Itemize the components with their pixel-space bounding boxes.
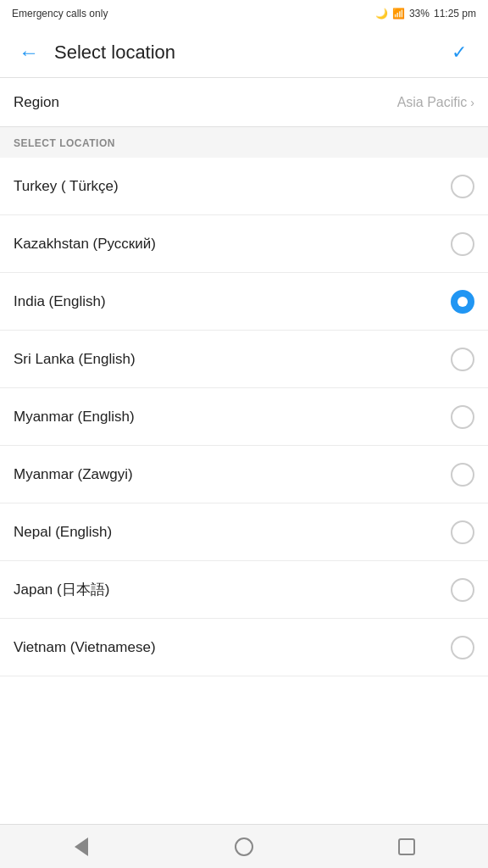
status-right-icons: 🌙 📶 33% 11:25 pm: [375, 8, 476, 19]
status-left-text: Emergency calls only: [12, 8, 108, 19]
location-name: India (English): [14, 293, 106, 310]
nav-home-button[interactable]: [229, 832, 259, 862]
location-name: Kazakhstan (Русский): [14, 236, 156, 253]
wifi-icon: 📶: [392, 8, 405, 19]
bottom-nav-bar: [0, 824, 488, 868]
list-item[interactable]: Myanmar (Zawgyi): [0, 446, 488, 504]
scroll-area: Region Asia Pacific › SELECT LOCATION Tu…: [0, 78, 488, 721]
list-item[interactable]: Vietnam (Vietnamese): [0, 619, 488, 676]
region-label: Region: [14, 94, 59, 111]
back-nav-icon: [75, 837, 88, 856]
location-name: Vietnam (Vietnamese): [14, 639, 156, 656]
radio-button[interactable]: [451, 636, 474, 659]
region-value: Asia Pacific ›: [397, 95, 474, 110]
section-header: SELECT LOCATION: [0, 127, 488, 158]
list-item[interactable]: Sri Lanka (English): [0, 331, 488, 388]
list-item[interactable]: Myanmar (English): [0, 388, 488, 446]
radio-button[interactable]: [451, 578, 474, 602]
time-display: 11:25 pm: [434, 8, 476, 19]
location-name: Turkey ( Türkçe): [14, 178, 119, 195]
location-name: Myanmar (Zawgyi): [14, 466, 133, 483]
recent-nav-icon: [398, 838, 415, 855]
region-value-text: Asia Pacific: [397, 95, 468, 110]
chevron-right-icon: ›: [470, 96, 474, 109]
radio-button[interactable]: [451, 290, 474, 314]
nav-recent-button[interactable]: [391, 832, 422, 862]
region-row[interactable]: Region Asia Pacific ›: [0, 78, 488, 127]
location-name: Nepal (English): [14, 524, 112, 541]
list-item[interactable]: India (English): [0, 273, 488, 331]
radio-button[interactable]: [451, 405, 474, 429]
back-button[interactable]: ←: [14, 37, 44, 68]
moon-icon: 🌙: [375, 8, 388, 19]
list-item[interactable]: Japan (日本語): [0, 561, 488, 619]
radio-button[interactable]: [451, 175, 474, 198]
location-name: Myanmar (English): [14, 409, 135, 426]
location-list: Turkey ( Türkçe)Kazakhstan (Русский)Indi…: [0, 158, 488, 676]
radio-button[interactable]: [451, 348, 474, 371]
list-item[interactable]: Kazakhstan (Русский): [0, 215, 488, 273]
nav-back-button[interactable]: [66, 832, 97, 862]
location-name: Japan (日本語): [14, 580, 109, 599]
status-bar: Emergency calls only 🌙 📶 33% 11:25 pm: [0, 0, 488, 27]
radio-button[interactable]: [451, 232, 474, 256]
radio-button[interactable]: [451, 463, 474, 487]
list-item[interactable]: Nepal (English): [0, 504, 488, 561]
location-name: Sri Lanka (English): [14, 351, 136, 368]
list-item[interactable]: Turkey ( Türkçe): [0, 158, 488, 215]
app-bar: ← Select location ✓: [0, 27, 488, 78]
page-title: Select location: [44, 42, 444, 64]
confirm-button[interactable]: ✓: [444, 37, 474, 68]
battery-icon: 33%: [409, 8, 430, 19]
radio-button[interactable]: [451, 520, 474, 544]
home-nav-icon: [235, 837, 253, 856]
